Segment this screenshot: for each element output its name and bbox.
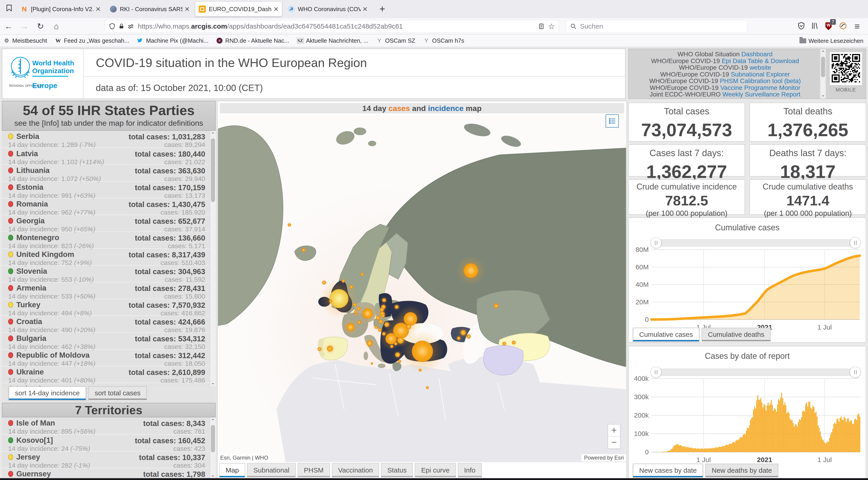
menu-icon[interactable]: ≡ bbox=[851, 21, 863, 32]
case-bubble[interactable] bbox=[406, 324, 411, 329]
tab-close-icon[interactable]: ✕ bbox=[96, 5, 101, 13]
case-bubble[interactable] bbox=[357, 307, 360, 310]
legend-button[interactable] bbox=[606, 115, 619, 128]
url-text[interactable]: https://who.maps.arcgis.com/apps/dashboa… bbox=[138, 23, 538, 30]
state-row[interactable]: Latvia14 day incidence: 1,102 (+114%)tot… bbox=[2, 148, 216, 164]
tab-close-icon[interactable]: ✕ bbox=[363, 5, 368, 13]
states-scrollbar[interactable]: ⌃ ⌄ bbox=[210, 131, 216, 386]
case-bubble[interactable] bbox=[391, 345, 393, 348]
resource-link[interactable]: Epi Data Table & Download bbox=[722, 57, 799, 64]
state-row[interactable]: Romania14 day incidence: 962 (+77%)total… bbox=[2, 198, 216, 215]
resource-link[interactable]: PHSM Calibration tool (beta) bbox=[720, 77, 801, 85]
case-bubble[interactable] bbox=[380, 308, 383, 311]
case-bubble[interactable] bbox=[378, 328, 381, 331]
case-bubble[interactable] bbox=[398, 337, 404, 344]
resource-link[interactable]: Subnational Explorer bbox=[731, 71, 790, 78]
sort-tab-2[interactable]: sort total cases bbox=[88, 386, 147, 400]
new-tab-button[interactable]: + bbox=[376, 3, 388, 14]
scroll-down-icon[interactable]: ⌄ bbox=[210, 379, 216, 386]
library-icon[interactable] bbox=[809, 21, 820, 32]
case-bubble[interactable] bbox=[371, 363, 373, 364]
resource-link[interactable]: Vaccine Programme Monitor bbox=[720, 84, 800, 91]
scroll-down-icon[interactable]: ⌄ bbox=[820, 91, 826, 98]
home-button[interactable]: ⌂ bbox=[51, 21, 62, 32]
case-bubble[interactable] bbox=[512, 341, 515, 344]
case-bubble[interactable] bbox=[382, 332, 385, 335]
case-bubble[interactable] bbox=[384, 322, 389, 327]
case-bubble[interactable] bbox=[353, 303, 356, 307]
case-bubble[interactable] bbox=[355, 313, 357, 315]
zoom-in-button[interactable]: + bbox=[608, 424, 620, 437]
case-bubble[interactable] bbox=[467, 335, 470, 339]
case-bubble[interactable] bbox=[363, 309, 373, 318]
scroll-up-icon[interactable]: ⌃ bbox=[210, 417, 216, 425]
scroll-down-icon[interactable]: ⌄ bbox=[210, 471, 216, 479]
case-bubble[interactable] bbox=[461, 330, 466, 335]
browser-tab-4[interactable]: ☭WHO Coronavirus (COVID-19) D✕ bbox=[284, 2, 371, 17]
territory-row[interactable]: Jersey14 day incidence: 282 (-1%)total c… bbox=[2, 451, 216, 468]
territories-scrollbar[interactable]: ⌃ ⌄ bbox=[210, 417, 216, 479]
case-bubble[interactable] bbox=[318, 348, 321, 351]
firefox-view-icon[interactable] bbox=[4, 4, 14, 14]
browser-tab-3[interactable]: EURO_COVID19_Dashboard - P✕ bbox=[195, 2, 282, 17]
state-row[interactable]: Estonia14 day incidence: 991 (+63%)total… bbox=[2, 181, 216, 198]
extension-icon[interactable] bbox=[838, 21, 848, 32]
tab-close-icon[interactable]: ✕ bbox=[274, 5, 279, 13]
case-bubble[interactable] bbox=[322, 281, 326, 284]
state-row[interactable]: Ukraine14 day incidence: 401 (+80%)total… bbox=[2, 366, 216, 383]
case-bubble[interactable] bbox=[426, 386, 429, 389]
chart-tab-new-deaths-by-date[interactable]: New deaths by date bbox=[705, 463, 778, 477]
case-bubble[interactable] bbox=[457, 337, 460, 340]
reader-mode-icon[interactable] bbox=[538, 23, 545, 30]
state-row[interactable]: Bulgaria14 day incidence: 462 (+38%)tota… bbox=[2, 332, 216, 349]
state-row[interactable]: Serbia14 day incidence: 1,289 (-7%)total… bbox=[2, 131, 216, 148]
state-row[interactable]: Montenegro14 day incidence: 823 (-26%)to… bbox=[2, 231, 216, 248]
browser-tab-2[interactable]: RKI - Coronavirus SARS-CoV-2 -✕ bbox=[106, 2, 193, 17]
case-bubble[interactable] bbox=[361, 273, 364, 276]
bookmark-item-1[interactable]: ⚙Meistbesucht bbox=[3, 37, 47, 44]
map[interactable] bbox=[218, 115, 626, 463]
case-bubble[interactable] bbox=[464, 263, 478, 278]
state-row[interactable]: Lithuania14 day incidence: 1,072 (+50%)t… bbox=[2, 164, 216, 181]
permissions-icon[interactable] bbox=[127, 23, 134, 30]
state-row[interactable]: Georgia14 day incidence: 950 (+65%)total… bbox=[2, 215, 216, 231]
case-bubble[interactable] bbox=[342, 280, 345, 282]
bookmark-star-icon[interactable]: ☆ bbox=[548, 22, 555, 31]
sort-tab-1[interactable]: sort 14-day incidence bbox=[9, 386, 86, 400]
map-tab-epi-curve[interactable]: Epi curve bbox=[415, 463, 456, 477]
reload-button[interactable]: ↻ bbox=[35, 21, 46, 32]
case-bubble[interactable] bbox=[288, 224, 291, 226]
resource-link[interactable]: website bbox=[749, 64, 771, 71]
tab-close-icon[interactable]: ✕ bbox=[185, 5, 190, 13]
case-bubble[interactable] bbox=[302, 249, 305, 252]
case-bubble[interactable] bbox=[395, 352, 400, 357]
state-row[interactable]: Slovenia14 day incidence: 553 (-10%)tota… bbox=[2, 265, 216, 282]
case-bubble[interactable] bbox=[503, 342, 506, 345]
more-bookmarks-button[interactable]: Weitere Lesezeichen bbox=[800, 34, 864, 47]
zoom-out-button[interactable]: − bbox=[608, 437, 620, 449]
case-bubble[interactable] bbox=[347, 323, 354, 331]
case-bubble[interactable] bbox=[382, 298, 386, 302]
lock-icon[interactable] bbox=[118, 23, 125, 30]
state-row[interactable]: Irelandtotal cases: 409,647 bbox=[2, 383, 216, 386]
bookmark-item-4[interactable]: #RND.de - Aktuelle Nac... bbox=[216, 37, 289, 44]
case-bubble[interactable] bbox=[327, 346, 333, 351]
chart-tab-cumulative-cases[interactable]: Cumulative cases bbox=[633, 328, 699, 341]
case-bubble[interactable] bbox=[379, 320, 382, 323]
pocket-icon[interactable] bbox=[796, 21, 807, 32]
links-scrollbar[interactable]: ⌃ ⌄ bbox=[820, 49, 826, 98]
resource-link[interactable]: Dashboard bbox=[741, 51, 772, 58]
map-tab-vaccination[interactable]: Vaccination bbox=[332, 463, 379, 477]
territory-row[interactable]: Guernseytotal cases: 1,798 bbox=[2, 468, 216, 479]
browser-tab-1[interactable]: N[Plugin] Corona-Info V2.43: Übe✕ bbox=[17, 2, 104, 17]
state-row[interactable]: Turkey14 day incidence: 494 (+8%)total c… bbox=[2, 299, 216, 316]
state-row[interactable]: Republic of Moldova14 day incidence: 447… bbox=[2, 349, 216, 366]
scroll-up-icon[interactable]: ⌃ bbox=[820, 49, 826, 56]
map-tab-status[interactable]: Status bbox=[381, 463, 413, 477]
case-bubble[interactable] bbox=[395, 305, 399, 309]
back-button[interactable]: ← bbox=[3, 21, 14, 32]
state-row[interactable]: United Kingdom14 day incidence: 752 (+9%… bbox=[2, 248, 216, 265]
bookmark-item-3[interactable]: Machine Pix (@Machi... bbox=[137, 37, 208, 44]
resource-link[interactable]: Weekly Surveillance Report bbox=[722, 91, 800, 98]
map-tab-subnational[interactable]: Subnational bbox=[247, 463, 296, 477]
